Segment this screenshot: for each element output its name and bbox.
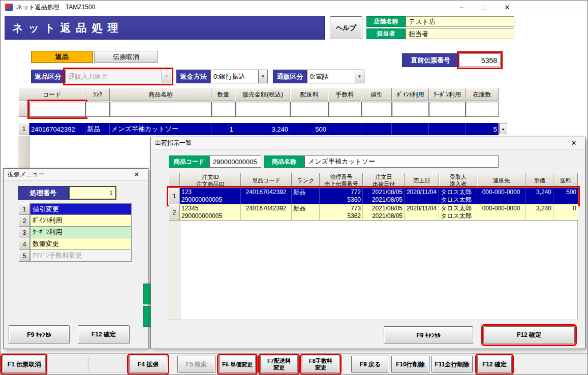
staff-label: 担当者	[366, 28, 406, 39]
col-header-code: コード	[18, 88, 85, 101]
obscured-green-button-fragment	[143, 284, 151, 304]
scrollbar-up-icon[interactable]: ▲	[499, 123, 507, 134]
f10-delete-row-button[interactable]: F10行削除	[391, 356, 429, 373]
ext-menu-cancel-button[interactable]: F9 ｷｬﾝｾﾙ	[9, 325, 70, 344]
chevron-down-icon[interactable]: ▼	[355, 70, 364, 83]
return-division-value: 通販入力返品	[66, 70, 162, 83]
staff-value: 担当者	[406, 28, 514, 39]
menu-item-quantity-change[interactable]: 4 数量変更	[19, 238, 132, 250]
entry-cell-code[interactable]	[29, 102, 85, 117]
page-title: ネット返品処理	[5, 21, 123, 35]
shipping-row[interactable]: 2 12345 290000000005 240167042392 新品 773…	[169, 204, 578, 221]
chevron-down-icon[interactable]: ▼	[162, 70, 171, 83]
entry-cell-amount[interactable]	[235, 102, 290, 117]
app-window: ネット返品処理 TAMZ1500 – □ ✕ ネット返品処理 ヘルプ 店舗名称 …	[0, 0, 588, 375]
entry-cell-qty[interactable]	[211, 102, 235, 117]
shipping-confirm-button[interactable]: F12 確定	[483, 326, 575, 344]
cell-amount: 3,240	[235, 123, 290, 135]
menu-item-label: ﾎﾟｲﾝﾄ利用	[30, 215, 132, 227]
shipping-cancel-button[interactable]: F9 ｷｬﾝｾﾙ	[384, 326, 473, 344]
cell-item-code: 240167042392	[241, 188, 292, 204]
process-number-field[interactable]: 1	[69, 186, 116, 200]
entry-cell-stock[interactable]	[466, 102, 499, 117]
col-header-manage-no: 管理番号 売上伝票番号	[320, 173, 363, 188]
refund-method-select[interactable]: 0:銀行振込 ▼	[210, 70, 268, 83]
grid-data-row[interactable]: 1 240167042392 新品 メンズ半袖カットソー 1 3,240 500…	[18, 123, 499, 135]
cell-manage-no: 773 5362	[320, 204, 363, 221]
store-name-value: テスト店	[406, 16, 514, 27]
return-mode-button[interactable]: 返品	[31, 51, 93, 63]
col-header-order-date: 注文日 出荷日付	[363, 173, 405, 188]
cell-receiver: タロス太郎 タロス太郎	[439, 188, 477, 204]
row-number-cell: 1	[169, 188, 180, 204]
cell-point	[392, 123, 429, 135]
cell-item-code: 240167042392	[241, 204, 292, 221]
obscured-green-button-fragment	[143, 306, 151, 327]
product-code-value: 290000000005	[209, 155, 261, 168]
shipping-list-title-bar[interactable]: 出荷指示一覧 ✕	[151, 137, 585, 149]
col-header-contact: 連絡先	[477, 173, 525, 188]
cell-unit-price: 3,240	[525, 188, 553, 204]
help-button[interactable]: ヘルプ	[330, 16, 362, 39]
cell-postage: 0	[553, 204, 578, 221]
grid-entry-row	[18, 102, 499, 117]
maximize-button: □	[473, 1, 496, 14]
f4-extension-button[interactable]: F4 拡張	[129, 356, 167, 373]
f7-shipping-fee-change-button[interactable]: F7配送料 変更	[260, 356, 298, 373]
col-header-item-code: 単品コード	[241, 173, 292, 188]
extension-menu-dialog: 拡張メニュー ✕ 処理番号 1 1 値引変更 2 ﾎﾟｲﾝﾄ利用 3 ｸｰﾎﾟﾝ…	[3, 168, 148, 349]
slip-cancel-mode-button[interactable]: 伝票取消	[94, 51, 158, 63]
col-header-order-id: 注文ID 注文商品ID	[180, 173, 241, 188]
entry-cell-name[interactable]	[110, 102, 211, 117]
cell-order-id: 123 290000000005	[180, 188, 241, 204]
close-button[interactable]: ✕	[496, 1, 518, 14]
shipping-row-selected[interactable]: 1 123 290000000005 240167042392 新品 772 5…	[169, 188, 578, 204]
cell-sales-date: 2020/11/04	[405, 204, 439, 221]
cell-rank: 新品	[292, 188, 320, 204]
minimize-button[interactable]: –	[450, 1, 473, 14]
product-name-value: メンズ半袖カットソー	[304, 155, 499, 168]
cell-contact: 000-000-0000	[477, 204, 525, 221]
f11-delete-all-rows-button[interactable]: F11全行削除	[431, 356, 473, 373]
entry-cell-rank[interactable]	[85, 102, 110, 117]
col-header-amount: 販売金額(税込)	[235, 88, 290, 101]
close-icon[interactable]: ✕	[567, 137, 581, 149]
cell-coupon	[429, 123, 466, 135]
menu-item-discount-change[interactable]: 1 値引変更	[19, 203, 132, 215]
menu-item-coupon-use[interactable]: 3 ｸｰﾎﾟﾝ利用	[19, 227, 132, 238]
entry-cell-point[interactable]	[392, 102, 429, 117]
extension-menu-title-bar[interactable]: 拡張メニュー ✕	[4, 169, 148, 181]
shipping-table-empty-area	[169, 221, 578, 320]
f9-back-button[interactable]: F9 戻る	[351, 356, 389, 373]
entry-cell-discount[interactable]	[361, 102, 392, 117]
col-header-coupon: ｸｰﾎﾟﾝ利用	[429, 88, 466, 101]
prev-slip-number-value: 5358	[459, 53, 501, 67]
cell-receiver: タロス太郎 タロス太郎	[439, 204, 477, 221]
chevron-down-icon[interactable]: ▼	[258, 70, 267, 83]
f6-unit-price-change-button[interactable]: F6 単価変更	[219, 356, 256, 373]
menu-item-point-use[interactable]: 2 ﾎﾟｲﾝﾄ利用	[19, 215, 132, 227]
f1-slip-cancel-button[interactable]: F1 伝票取消	[3, 356, 46, 373]
menu-item-number: 4	[19, 238, 30, 250]
entry-cell-fee[interactable]	[328, 102, 361, 117]
menu-item-amazon-fee-change: 5 ｱﾏｿﾞﾝ手数料変更	[19, 250, 132, 262]
close-icon[interactable]: ✕	[130, 169, 144, 181]
entry-cell-shipping[interactable]	[290, 102, 328, 117]
entry-cell-coupon[interactable]	[429, 102, 466, 117]
cell-contact: 000-000-0000	[477, 188, 525, 204]
cell-sales-date: 2020/11/04	[405, 188, 439, 204]
return-division-select[interactable]: 通販入力返品 ▼	[65, 70, 171, 83]
order-division-select[interactable]: 0:電話 ▼	[307, 70, 364, 83]
cell-order-date: 2021/08/05 2021/08/05	[363, 204, 405, 221]
f12-confirm-button[interactable]: F12 確定	[477, 356, 512, 373]
menu-item-label: ｸｰﾎﾟﾝ利用	[30, 227, 132, 238]
cell-order-date: 2021/08/05 2021/08/05	[363, 188, 405, 204]
dialog-title: 拡張メニュー	[8, 170, 45, 179]
product-name-label: 商品名称	[264, 155, 304, 168]
grid-header-row: コード ﾗﾝｸ 商品名称 数量 販売金額(税込) 配送料 手数料 値引 ﾎﾟｲﾝ…	[18, 88, 499, 101]
f8-fee-change-button[interactable]: F8手数料 変更	[302, 356, 339, 373]
col-header-postage: 送料	[553, 173, 578, 188]
ext-menu-confirm-button[interactable]: F12 確定	[78, 325, 130, 344]
shipping-list-dialog: 出荷指示一覧 ✕ 商品コード 290000000005 商品名称 メンズ半袖カッ…	[150, 137, 585, 349]
col-header-rank: ランク	[292, 173, 320, 188]
